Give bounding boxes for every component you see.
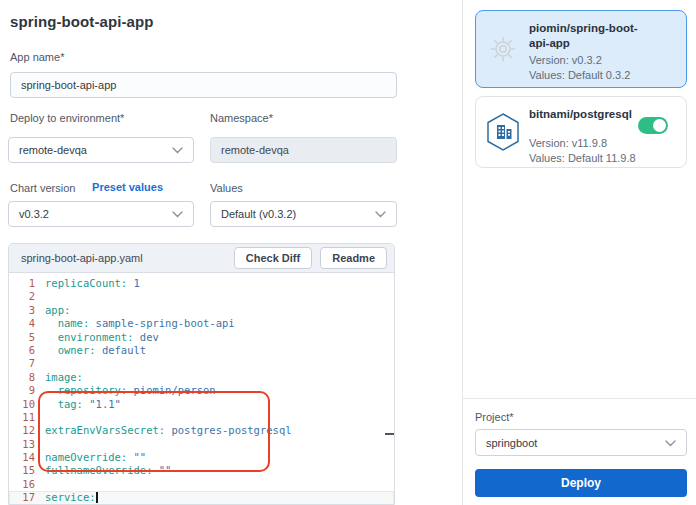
code-line: 7 [9,357,394,370]
namespace-input: remote-devqa [210,137,397,163]
deploy-sidebar: piomin/spring-boot-api-app Version: v0.3… [462,0,696,505]
code-line: 14nameOverride: "" [9,451,394,464]
check-diff-button[interactable]: Check Diff [234,247,312,269]
code-line: 15fullnameOverride: "" [9,464,394,477]
deploy-form-panel: spring-boot-api-app App name* spring-boo… [0,0,462,505]
code-line: 8image: [9,371,394,384]
chart-card-spring-boot[interactable]: piomin/spring-boot-api-app Version: v0.3… [475,10,687,88]
card-version: Version: v0.3.2 [529,54,678,66]
values-select[interactable]: Default (v0.3.2) [210,201,397,227]
card-title: bitnami/postgresql [529,107,632,122]
code-line: 5 environment: dev [9,331,394,344]
project-select[interactable]: springboot [475,429,687,456]
editor-header: spring-boot-api-app.yaml Check Diff Read… [9,244,394,273]
card-values: Values: Default 11.9.8 [529,152,678,164]
page-title: spring-boot-api-app [10,13,154,30]
namespace-label: Namespace* [210,112,273,124]
deploy-button[interactable]: Deploy [475,469,687,497]
environment-value: remote-devqa [19,144,87,156]
values-value: Default (v0.3.2) [221,208,296,220]
code-line: 2 [9,290,394,303]
app-name-value: spring-boot-api-app [21,79,116,91]
app-name-label: App name* [10,51,64,63]
chevron-down-icon [172,208,183,220]
yaml-code-editor[interactable]: 1replicaCount: 123app:4 name: sample-spr… [9,273,394,502]
namespace-value: remote-devqa [221,144,289,156]
chart-version-select[interactable]: v0.3.2 [8,201,194,227]
code-line: 17service: [9,491,394,504]
code-line: 3app: [9,304,394,317]
code-line: 1replicaCount: 1 [9,277,394,290]
sidebar-divider [463,398,696,399]
scrollbar-mark [385,433,395,435]
chevron-down-icon [665,437,676,449]
code-line: 16 [9,478,394,491]
readme-button[interactable]: Readme [320,247,387,269]
code-line: 6 owner: default [9,344,394,357]
code-line: 12extraEnvVarsSecret: postgres-postgresq… [9,424,394,437]
code-line: 4 name: sample-spring-boot-api [9,317,394,330]
text-cursor [96,492,98,503]
project-value: springboot [486,437,537,449]
yaml-editor-panel: spring-boot-api-app.yaml Check Diff Read… [8,243,395,505]
card-title: piomin/spring-boot-api-app [529,21,657,51]
postgresql-toggle-on[interactable] [638,117,668,134]
chart-version-label: Chart version [10,182,75,194]
environment-label: Deploy to environment* [10,112,124,124]
code-line: 10 tag: "1.1" [9,398,394,411]
environment-select[interactable]: remote-devqa [8,137,194,163]
editor-filename: spring-boot-api-app.yaml [21,252,226,264]
values-label: Values [210,182,243,194]
code-line: 11 [9,411,394,424]
project-label: Project* [475,411,514,423]
chart-version-value: v0.3.2 [19,208,49,220]
preset-values-link[interactable]: Preset values [92,181,163,193]
code-line: 9 repository: piomin/person [9,384,394,397]
chart-card-postgresql[interactable]: bitnami/postgresql Version: v11.9.8 Valu… [475,96,687,168]
chevron-down-icon [375,208,386,220]
code-line: 13 [9,438,394,451]
chevron-down-icon [172,144,183,156]
card-version: Version: v11.9.8 [529,137,678,149]
gear-icon [476,11,529,87]
card-values: Values: Default 0.3.2 [529,69,678,81]
code-lines: 1replicaCount: 123app:4 name: sample-spr… [9,277,394,505]
database-buildings-icon [476,97,529,167]
toggle-knob [653,119,666,132]
app-name-input[interactable]: spring-boot-api-app [10,72,397,98]
